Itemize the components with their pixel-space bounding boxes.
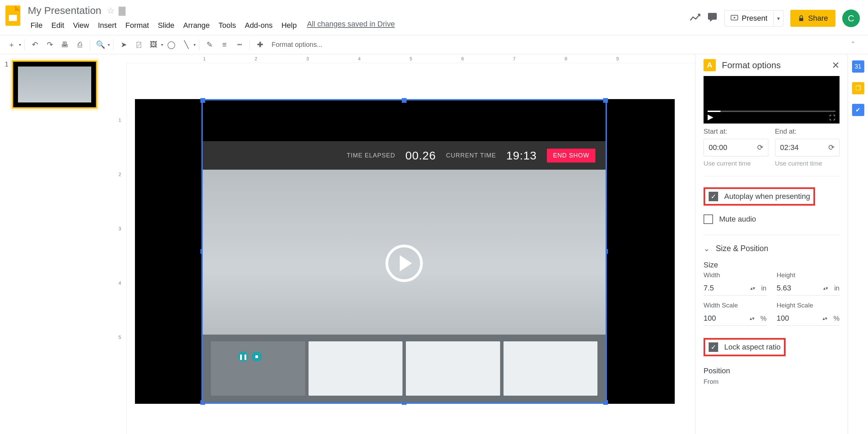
format-options-icon — [704, 59, 716, 71]
line-tool[interactable]: ╲ — [179, 38, 193, 52]
select-tool[interactable]: ➤ — [117, 38, 131, 52]
undo-button[interactable]: ↶ — [28, 38, 42, 52]
start-at-input[interactable]: 00:00⟳ — [704, 139, 768, 156]
chevron-down-icon: ⌄ — [704, 244, 710, 253]
height-stepper[interactable]: ▴▾ — [823, 285, 828, 291]
video-object-selected[interactable]: TIME ELAPSED 00.26 CURRENT TIME 19:13 EN… — [201, 99, 607, 404]
border-dash-button[interactable]: ┅ — [233, 38, 246, 52]
width-stepper[interactable]: ▴▾ — [750, 285, 755, 291]
menu-tools[interactable]: Tools — [215, 20, 240, 31]
video-header: TIME ELAPSED 00.26 CURRENT TIME 19:13 EN… — [203, 141, 606, 170]
start-at-label: Start at: — [704, 128, 768, 135]
zoom-dropdown[interactable]: ▾ — [108, 42, 110, 47]
slide-canvas[interactable]: 1 2 3 4 5 6 7 8 9 1 2 3 4 5 — [113, 54, 695, 434]
collapse-toolbar-button[interactable]: ˆ — [846, 38, 860, 52]
mute-checkbox[interactable] — [704, 214, 713, 224]
play-icon[interactable]: ▶ — [708, 113, 713, 121]
share-button[interactable]: Share — [790, 10, 835, 27]
video-preview[interactable]: ▶ ⛶ — [704, 76, 840, 124]
document-title[interactable]: My Presentation — [26, 4, 103, 17]
wscale-stepper[interactable]: ▴▾ — [750, 316, 754, 321]
explore-icon[interactable] — [690, 13, 701, 24]
new-slide-button[interactable]: ＋ — [5, 38, 18, 52]
border-color-button[interactable]: ✎ — [203, 38, 216, 52]
format-options-panel: Format options ✕ ▶ ⛶ Start at: 00:00⟳ Us… — [695, 54, 848, 434]
end-at-input[interactable]: 02:34⟳ — [775, 139, 840, 156]
height-input[interactable]: 5.63▴▾in — [777, 281, 840, 296]
close-panel-button[interactable]: ✕ — [832, 60, 840, 71]
fullscreen-icon[interactable]: ⛶ — [829, 114, 835, 121]
print-button[interactable]: 🖶 — [58, 38, 72, 52]
present-button[interactable]: Present ▾ — [724, 10, 784, 26]
menu-slide[interactable]: Slide — [154, 20, 178, 31]
svg-rect-1 — [9, 15, 17, 21]
side-panel: 31 ❐ ✔ — [848, 54, 868, 434]
comments-icon[interactable] — [707, 12, 717, 25]
horizontal-ruler: 1 2 3 4 5 6 7 8 9 — [127, 54, 695, 63]
autoplay-label: Autoplay when presenting — [724, 192, 810, 201]
tasks-icon[interactable]: ✔ — [852, 104, 864, 116]
menu-help[interactable]: Help — [277, 20, 301, 31]
end-at-label: End at: — [775, 128, 840, 135]
save-status[interactable]: All changes saved in Drive — [307, 20, 395, 31]
refresh-start-icon[interactable]: ⟳ — [757, 143, 763, 152]
lock-aspect-label: Lock aspect ratio — [724, 343, 781, 352]
width-scale-label: Width Scale — [704, 302, 767, 309]
menu-edit[interactable]: Edit — [47, 20, 68, 31]
from-label: From — [704, 378, 840, 385]
keep-icon[interactable]: ❐ — [852, 82, 864, 94]
height-scale-input[interactable]: 100▴▾% — [777, 311, 840, 326]
slide-filmstrip: 1 — [0, 54, 113, 434]
use-current-time-start[interactable]: Use current time — [704, 160, 768, 167]
star-icon[interactable]: ☆ — [107, 5, 115, 16]
menu-insert[interactable]: Insert — [94, 20, 121, 31]
thumb-number: 1 — [5, 60, 8, 109]
autoplay-annotation: Autoplay when presenting — [704, 187, 815, 206]
video-play-overlay-icon[interactable] — [386, 245, 423, 282]
lock-icon — [798, 15, 805, 22]
menu-view[interactable]: View — [69, 20, 93, 31]
width-input[interactable]: 7.5▴▾in — [704, 281, 767, 296]
menu-arrange[interactable]: Arrange — [179, 20, 214, 31]
image-dropdown[interactable]: ▾ — [161, 42, 163, 47]
use-current-time-end[interactable]: Use current time — [775, 160, 840, 167]
menu-file[interactable]: File — [26, 20, 46, 31]
menu-addons[interactable]: Add-ons — [241, 20, 277, 31]
size-position-section-toggle[interactable]: ⌄ Size & Position — [704, 244, 840, 253]
border-weight-button[interactable]: ≡ — [218, 38, 231, 52]
textbox-tool[interactable]: ⍁ — [132, 38, 145, 52]
paint-format-button[interactable]: ⎙ — [73, 38, 86, 52]
move-folder-icon[interactable]: ▇ — [119, 5, 125, 16]
present-label: Present — [742, 14, 767, 23]
hscale-stepper[interactable]: ▴▾ — [823, 316, 827, 321]
refresh-end-icon[interactable]: ⟳ — [828, 143, 834, 152]
shape-tool[interactable]: ◯ — [164, 38, 178, 52]
calendar-icon[interactable]: 31 — [852, 60, 864, 73]
slide-1[interactable]: TIME ELAPSED 00.26 CURRENT TIME 19:13 EN… — [135, 99, 675, 404]
height-label: Height — [777, 271, 840, 279]
crop-button[interactable]: ✚ — [253, 38, 267, 52]
video-progress-bar[interactable] — [708, 111, 835, 112]
zoom-button[interactable]: 🔍 — [94, 38, 107, 52]
format-options-button[interactable]: Format options... — [272, 41, 322, 49]
end-show-button: END SHOW — [547, 149, 595, 163]
image-tool[interactable]: 🖼 — [147, 38, 160, 52]
lock-aspect-checkbox[interactable] — [709, 342, 718, 352]
pause-icon: ❚❚ — [238, 352, 248, 362]
share-label: Share — [808, 14, 828, 23]
format-options-title: Format options — [722, 60, 826, 71]
stop-icon: ■ — [252, 352, 262, 362]
size-heading: Size — [704, 261, 840, 269]
menu-format[interactable]: Format — [121, 20, 153, 31]
account-avatar[interactable]: C — [842, 10, 860, 27]
slide-thumbnail-1[interactable] — [12, 60, 97, 109]
present-dropdown[interactable]: ▾ — [773, 12, 783, 25]
line-dropdown[interactable]: ▾ — [194, 42, 196, 47]
video-bottom-bar: ❚❚■ — [203, 335, 606, 402]
redo-button[interactable]: ↷ — [43, 38, 57, 52]
toolbar: ＋▾ ↶ ↷ 🖶 ⎙ 🔍▾ ➤ ⍁ 🖼▾ ◯ ╲▾ ✎ ≡ ┅ ✚ Format… — [0, 35, 868, 54]
autoplay-checkbox[interactable] — [709, 192, 718, 201]
width-scale-input[interactable]: 100▴▾% — [704, 311, 767, 326]
new-slide-dropdown[interactable]: ▾ — [19, 42, 21, 47]
slides-logo-icon[interactable] — [5, 5, 20, 26]
